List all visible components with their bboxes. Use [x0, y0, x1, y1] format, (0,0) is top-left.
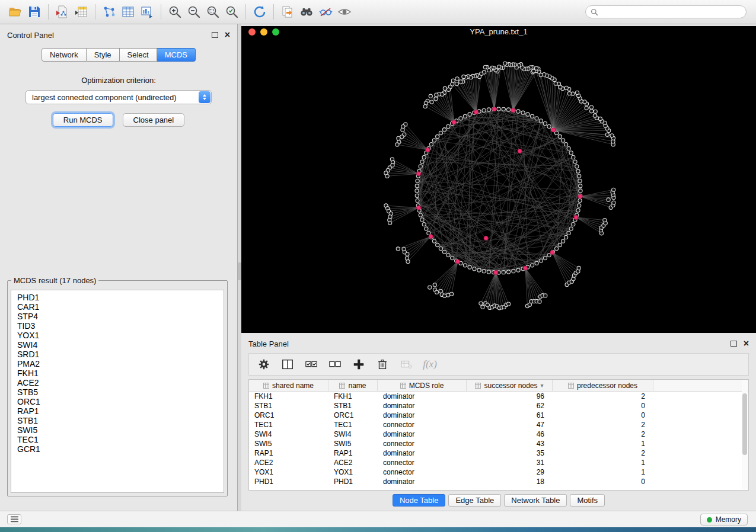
- table-row[interactable]: YOX1YOX1connector291: [249, 467, 748, 477]
- zoom-in-button[interactable]: [165, 2, 184, 21]
- zoom-out-button[interactable]: [184, 2, 203, 21]
- search-box[interactable]: [585, 5, 747, 18]
- tab-network-table[interactable]: Network Table: [504, 494, 567, 507]
- mcds-result-node[interactable]: FKH1: [17, 368, 224, 378]
- network-canvas[interactable]: [241, 38, 756, 333]
- table-cell: 1: [553, 468, 653, 476]
- run-mcds-button[interactable]: Run MCDS: [53, 113, 113, 127]
- float-panel-icon[interactable]: [212, 32, 218, 38]
- delete-column-button[interactable]: [372, 355, 393, 373]
- table-cell: 61: [467, 411, 553, 419]
- search-icon: [591, 8, 598, 16]
- table-column-icon: [568, 383, 574, 389]
- search-input[interactable]: [602, 7, 741, 17]
- mcds-result-node[interactable]: ACE2: [17, 378, 224, 387]
- window-maximize-button[interactable]: [272, 28, 279, 36]
- mcds-result-node[interactable]: ORC1: [17, 397, 224, 406]
- table-header-row: shared namenameMCDS rolesuccessor nodes▾…: [249, 380, 748, 392]
- table-cell: 1: [553, 440, 653, 448]
- table-row[interactable]: ORC1ORC1dominator610: [249, 411, 748, 420]
- column-header-successor-nodes[interactable]: successor nodes▾: [467, 380, 553, 391]
- table-row[interactable]: ACE2ACE2connector311: [249, 458, 748, 467]
- mcds-result-node[interactable]: STB5: [17, 387, 224, 397]
- tab-motifs[interactable]: Motifs: [570, 494, 605, 507]
- import-table-disabled-button[interactable]: [396, 355, 416, 373]
- network-nodes[interactable]: [384, 62, 615, 310]
- clone-network-button[interactable]: [278, 2, 297, 21]
- binoculars-button[interactable]: [297, 2, 316, 21]
- table-row[interactable]: PHD1PHD1dominator180: [249, 477, 748, 486]
- zoom-in-icon: [168, 5, 182, 19]
- table-row[interactable]: FKH1FKH1dominator962: [249, 392, 748, 401]
- mcds-result-node[interactable]: CAR1: [17, 302, 224, 312]
- tab-style[interactable]: Style: [87, 48, 120, 62]
- tab-edge-table[interactable]: Edge Table: [448, 494, 501, 507]
- mcds-result-node[interactable]: STP4: [17, 312, 224, 321]
- tab-select[interactable]: Select: [120, 48, 157, 62]
- column-layout-button[interactable]: [277, 355, 298, 373]
- toolbar-separator: [245, 4, 246, 20]
- tab-mcds[interactable]: MCDS: [157, 48, 196, 62]
- close-panel-icon[interactable]: ×: [225, 31, 230, 39]
- mcds-result-node[interactable]: RAP1: [17, 406, 224, 416]
- select-all-button[interactable]: [301, 355, 321, 373]
- settings-gear-button[interactable]: [254, 355, 274, 373]
- column-header-shared-name[interactable]: shared name: [249, 380, 328, 391]
- table-cell: YOX1: [328, 468, 378, 476]
- memory-button[interactable]: Memory: [700, 514, 748, 525]
- table-scrollbar[interactable]: [742, 380, 748, 489]
- mcds-result-node[interactable]: SWI5: [17, 425, 224, 435]
- table-cell: dominator: [378, 430, 467, 438]
- scrollbar-thumb[interactable]: [742, 393, 747, 455]
- table-row[interactable]: TEC1TEC1connector472: [249, 420, 748, 430]
- table-row[interactable]: RAP1RAP1dominator352: [249, 448, 748, 458]
- deselect-all-button[interactable]: [325, 355, 345, 373]
- close-table-panel-icon[interactable]: ×: [744, 340, 749, 347]
- tab-node-table[interactable]: Node Table: [393, 494, 446, 507]
- mcds-result-node[interactable]: TID3: [17, 321, 224, 331]
- float-table-panel-icon[interactable]: [731, 341, 737, 347]
- close-panel-button[interactable]: Close panel: [123, 113, 185, 127]
- column-header-predecessor-nodes[interactable]: predecessor nodes: [553, 380, 653, 391]
- mcds-result-node[interactable]: SWI4: [17, 340, 224, 350]
- mcds-result-node[interactable]: SRD1: [17, 350, 224, 359]
- import-table-button[interactable]: [72, 2, 91, 21]
- function-builder-button[interactable]: f(x): [420, 355, 440, 373]
- network-table-button[interactable]: [119, 2, 138, 21]
- table-row[interactable]: STB1STB1dominator620: [249, 401, 748, 411]
- window-close-button[interactable]: [248, 28, 256, 36]
- mcds-result-node[interactable]: STB1: [17, 416, 224, 425]
- table-row[interactable]: SWI4SWI4dominator462: [249, 430, 748, 439]
- window-minimize-button[interactable]: [260, 28, 267, 36]
- network-window-titlebar[interactable]: YPA_prune.txt_1: [241, 26, 756, 38]
- optimization-dropdown[interactable]: largest connected component (undirected): [25, 90, 212, 104]
- zoom-fit-button[interactable]: [203, 2, 222, 21]
- toolbar-separator: [48, 4, 49, 20]
- eye-button[interactable]: [335, 2, 354, 21]
- export-image-button[interactable]: [138, 2, 157, 21]
- table-cell: SWI5: [249, 440, 328, 448]
- table-panel-header: Table Panel ×: [241, 333, 756, 351]
- column-header-MCDS-role[interactable]: MCDS role: [378, 380, 467, 391]
- table-cell: STB1: [328, 402, 378, 410]
- open-folder-button[interactable]: [6, 2, 25, 21]
- application-window: Control Panel × NetworkStyleSelectMCDS O…: [0, 0, 756, 532]
- mcds-result-list[interactable]: PHD1CAR1STP4TID3YOX1SWI4SRD1PMA2FKH1ACE2…: [11, 290, 224, 493]
- mcds-result-node[interactable]: GCR1: [17, 444, 224, 454]
- add-column-button[interactable]: [349, 355, 369, 373]
- mcds-result-node[interactable]: PHD1: [17, 293, 224, 302]
- status-menu-button[interactable]: [7, 514, 21, 524]
- new-network-button[interactable]: [100, 2, 119, 21]
- mcds-result-node[interactable]: PMA2: [17, 359, 224, 368]
- mcds-result-node[interactable]: TEC1: [17, 435, 224, 444]
- save-button[interactable]: [25, 2, 44, 21]
- column-header-name[interactable]: name: [328, 380, 378, 391]
- import-network-button[interactable]: [53, 2, 72, 21]
- glasses-button[interactable]: [316, 2, 335, 21]
- column-header-label: name: [348, 382, 366, 390]
- mcds-result-node[interactable]: YOX1: [17, 331, 224, 340]
- refresh-button[interactable]: [250, 2, 269, 21]
- tab-network[interactable]: Network: [42, 48, 87, 62]
- zoom-selected-button[interactable]: [222, 2, 241, 21]
- table-row[interactable]: SWI5SWI5connector431: [249, 439, 748, 448]
